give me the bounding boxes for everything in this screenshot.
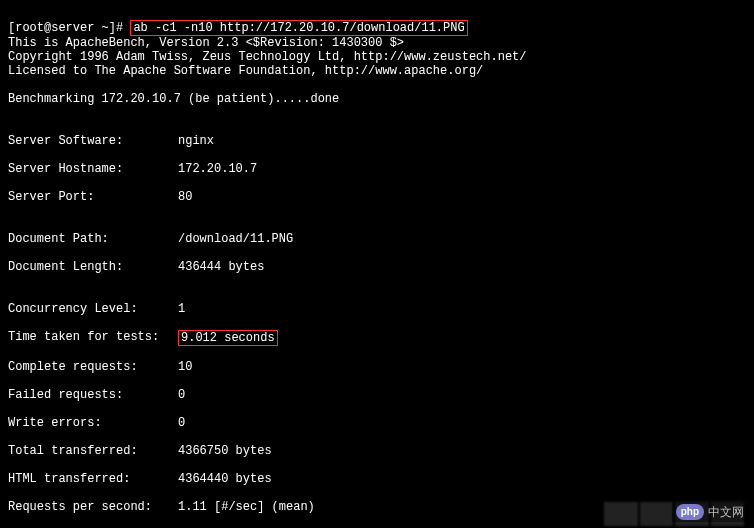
concurrency-level-row: Concurrency Level:1 [8, 302, 746, 316]
complete-requests-label: Complete requests: [8, 360, 178, 374]
terminal-output: [root@server ~]# ab -c1 -n10 http://172.… [0, 0, 754, 528]
total-transferred-row: Total transferred:4366750 bytes [8, 444, 746, 458]
header-line-2: Copyright 1996 Adam Twiss, Zeus Technolo… [8, 50, 526, 64]
requests-per-second-label: Requests per second: [8, 500, 178, 514]
concurrency-level-value: 1 [178, 302, 185, 316]
total-transferred-label: Total transferred: [8, 444, 178, 458]
prompt-prefix: [root@server ~]# [8, 21, 130, 35]
server-software-row: Server Software:nginx [8, 134, 746, 148]
server-hostname-label: Server Hostname: [8, 162, 178, 176]
document-length-row: Document Length:436444 bytes [8, 260, 746, 274]
html-transferred-value: 4364440 bytes [178, 472, 272, 486]
header-line-1: This is ApacheBench, Version 2.3 <$Revis… [8, 36, 404, 50]
document-length-label: Document Length: [8, 260, 178, 274]
watermark: php 中文网 [672, 502, 748, 522]
ab-command-highlight: ab -c1 -n10 http://172.20.10.7/download/… [130, 20, 467, 36]
failed-requests-label: Failed requests: [8, 388, 178, 402]
benchmarking-line: Benchmarking 172.20.10.7 (be patient)...… [8, 92, 339, 106]
failed-requests-value: 0 [178, 388, 185, 402]
server-software-label: Server Software: [8, 134, 178, 148]
server-hostname-row: Server Hostname:172.20.10.7 [8, 162, 746, 176]
document-path-label: Document Path: [8, 232, 178, 246]
header-line-3: Licensed to The Apache Software Foundati… [8, 64, 483, 78]
document-path-row: Document Path:/download/11.PNG [8, 232, 746, 246]
failed-requests-row: Failed requests:0 [8, 388, 746, 402]
write-errors-value: 0 [178, 416, 185, 430]
total-transferred-value: 4366750 bytes [178, 444, 272, 458]
time-taken-value-highlight: 9.012 seconds [178, 330, 278, 346]
write-errors-label: Write errors: [8, 416, 178, 430]
server-port-row: Server Port:80 [8, 190, 746, 204]
document-path-value: /download/11.PNG [178, 232, 293, 246]
document-length-value: 436444 bytes [178, 260, 264, 274]
requests-per-second-value: 1.11 [#/sec] (mean) [178, 500, 315, 514]
complete-requests-row: Complete requests:10 [8, 360, 746, 374]
html-transferred-row: HTML transferred:4364440 bytes [8, 472, 746, 486]
concurrency-level-label: Concurrency Level: [8, 302, 178, 316]
watermark-text: 中文网 [708, 505, 744, 519]
complete-requests-value: 10 [178, 360, 192, 374]
write-errors-row: Write errors:0 [8, 416, 746, 430]
server-port-value: 80 [178, 190, 192, 204]
time-taken-row: Time taken for tests:9.012 seconds [8, 330, 746, 346]
server-software-value: nginx [178, 134, 214, 148]
time-taken-label: Time taken for tests: [8, 330, 178, 346]
watermark-badge: php [676, 504, 704, 520]
server-hostname-value: 172.20.10.7 [178, 162, 257, 176]
html-transferred-label: HTML transferred: [8, 472, 178, 486]
server-port-label: Server Port: [8, 190, 178, 204]
